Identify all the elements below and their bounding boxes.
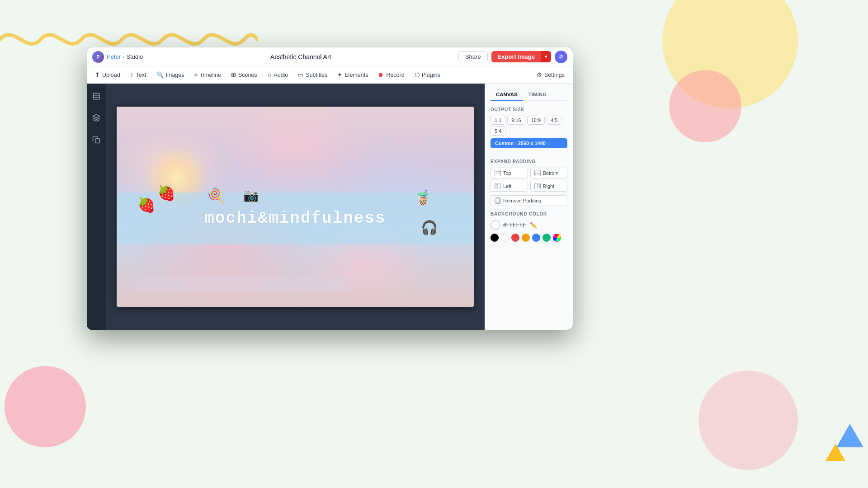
svg-rect-7 <box>538 184 539 188</box>
toolbar-audio-label: Audio <box>274 72 288 78</box>
color-preview[interactable] <box>491 220 500 230</box>
toolbar-scenes[interactable]: ⊞ Scenes <box>226 70 262 80</box>
header: P Peter › Studio Aesthetic Channel Art S… <box>87 47 573 66</box>
toolbar-images-label: Images <box>166 72 184 78</box>
custom-size-button[interactable]: Custom - 2560 x 1440 <box>491 138 567 148</box>
svg-rect-5 <box>536 173 539 175</box>
plugins-icon: ⬡ <box>415 71 420 78</box>
padding-right-label: Right <box>543 183 555 189</box>
padding-left-icon <box>495 183 501 189</box>
eyedropper-button[interactable]: ✏️ <box>529 221 538 230</box>
export-image-button[interactable]: Export Image <box>491 51 541 62</box>
swatch-black[interactable] <box>491 234 499 242</box>
user-avatar: P <box>92 51 104 63</box>
toolbar-record[interactable]: ⏺ Record <box>373 70 409 80</box>
record-icon: ⏺ <box>378 71 384 78</box>
header-left: P Peter › Studio <box>92 51 143 63</box>
toolbar-plugins-label: Plugins <box>422 72 440 78</box>
toolbar: ⬆ Upload T Text 🔍 Images ≡ Timeline ⊞ Sc… <box>87 66 573 84</box>
padding-bottom-button[interactable]: Bottom <box>530 168 568 178</box>
sidebar-stack-button[interactable] <box>89 111 104 125</box>
sidebar-layers-button[interactable] <box>89 89 104 103</box>
text-icon: T <box>130 71 134 78</box>
swatch-white[interactable] <box>501 234 509 242</box>
swatch-green[interactable] <box>542 234 551 242</box>
expand-padding-title: EXPAND PADDING <box>491 159 567 164</box>
layers-icon <box>92 92 100 100</box>
toolbar-elements[interactable]: ✦ Elements <box>333 70 373 80</box>
canvas-wrapper[interactable]: mochi&mindfulness 🍓 🍓 🍭 📷 🧋 🎧 <box>117 107 474 307</box>
swatch-red[interactable] <box>511 234 519 242</box>
padding-left-button[interactable]: Left <box>491 181 528 192</box>
share-button[interactable]: Share <box>458 51 488 62</box>
size-btn-5-4[interactable]: 5:4 <box>491 127 505 136</box>
breadcrumb-separator: › <box>123 53 124 60</box>
canvas-area[interactable]: mochi&mindfulness 🍓 🍓 🍭 📷 🧋 🎧 <box>106 84 485 330</box>
toolbar-settings[interactable]: ⚙ Settings <box>532 70 569 80</box>
right-panel: CANVAS TIMING OUTPUT SIZE 1:1 9:16 16:9 … <box>485 84 573 330</box>
canvas-image: mochi&mindfulness 🍓 🍓 🍭 📷 🧋 🎧 <box>117 107 474 307</box>
scenes-icon: ⊞ <box>231 71 236 78</box>
svg-rect-8 <box>496 199 500 202</box>
background-color-title: BACKGROUND COLOR <box>491 211 567 216</box>
main-content: mochi&mindfulness 🍓 🍓 🍭 📷 🧋 🎧 <box>87 84 573 330</box>
swatch-yellow[interactable] <box>522 234 530 242</box>
tab-timing[interactable]: TIMING <box>523 89 552 101</box>
size-btn-16-9[interactable]: 16:9 <box>527 116 545 125</box>
size-btn-9-16[interactable]: 9:16 <box>507 116 525 125</box>
swatch-multicolor[interactable] <box>553 234 561 242</box>
toolbar-images[interactable]: 🔍 Images <box>152 70 189 80</box>
color-swatches <box>491 234 567 242</box>
remove-padding-icon <box>495 197 501 204</box>
color-hex-value: #FFFFFF <box>503 222 526 228</box>
sidebar-copy-button[interactable] <box>89 132 104 147</box>
toolbar-audio[interactable]: ♫ Audio <box>263 70 293 80</box>
toolbar-record-label: Record <box>386 72 404 78</box>
output-size-buttons: 1:1 9:16 16:9 4:5 5:4 <box>491 116 567 136</box>
padding-top-button[interactable]: Top <box>491 168 528 178</box>
export-dropdown-button[interactable]: ▾ <box>541 51 551 62</box>
copy-icon <box>92 136 100 144</box>
deco-circle-peach <box>669 70 741 142</box>
deco-circle-pink <box>698 371 798 470</box>
sticker-drink: 🧋 <box>414 189 432 206</box>
remove-padding-button[interactable]: Remove Padding <box>491 195 567 206</box>
tab-canvas[interactable]: CANVAS <box>491 89 523 101</box>
toolbar-timeline[interactable]: ≡ Timeline <box>190 70 226 80</box>
user-menu-button[interactable]: P <box>555 51 567 63</box>
upload-icon: ⬆ <box>95 71 100 78</box>
sticker-camera: 📷 <box>243 188 259 203</box>
size-btn-1-1[interactable]: 1:1 <box>491 116 505 125</box>
toolbar-text[interactable]: T Text <box>126 70 151 80</box>
size-btn-4-5[interactable]: 4:5 <box>547 116 561 125</box>
swatch-blue[interactable] <box>532 234 540 242</box>
breadcrumb-user[interactable]: Peter <box>107 53 121 60</box>
elements-icon: ✦ <box>337 71 342 78</box>
sticker-strawberry-1: 🍓 <box>137 196 156 213</box>
toolbar-upload[interactable]: ⬆ Upload <box>90 70 125 80</box>
deco-circle-left <box>5 366 86 447</box>
toolbar-subtitles-label: Subtitles <box>306 72 327 78</box>
output-size-title: OUTPUT SIZE <box>491 107 567 112</box>
padding-top-label: Top <box>503 170 511 176</box>
export-button-group: Export Image ▾ <box>491 51 551 62</box>
toolbar-timeline-label: Timeline <box>200 72 221 78</box>
toolbar-plugins[interactable]: ⬡ Plugins <box>410 70 445 80</box>
deco-triangle-blue <box>836 424 863 447</box>
toolbar-elements-label: Elements <box>344 72 368 78</box>
sticker-lollipop: 🍭 <box>207 187 225 204</box>
padding-buttons: Top Bottom Left <box>491 168 567 192</box>
padding-bottom-icon <box>534 170 541 176</box>
document-title: Aesthetic Channel Art <box>146 53 455 61</box>
svg-rect-3 <box>95 139 100 143</box>
color-input-row: #FFFFFF ✏️ <box>491 220 567 230</box>
padding-left-label: Left <box>503 183 511 189</box>
toolbar-subtitles[interactable]: ▭ Subtitles <box>293 70 332 80</box>
remove-padding-label: Remove Padding <box>503 198 541 203</box>
padding-right-button[interactable]: Right <box>530 181 568 192</box>
deco-circle-yellow <box>662 0 798 108</box>
panel-tabs: CANVAS TIMING <box>491 89 567 101</box>
settings-icon: ⚙ <box>537 71 542 78</box>
images-icon: 🔍 <box>156 71 164 78</box>
sticker-strawberry-2: 🍓 <box>157 184 175 202</box>
